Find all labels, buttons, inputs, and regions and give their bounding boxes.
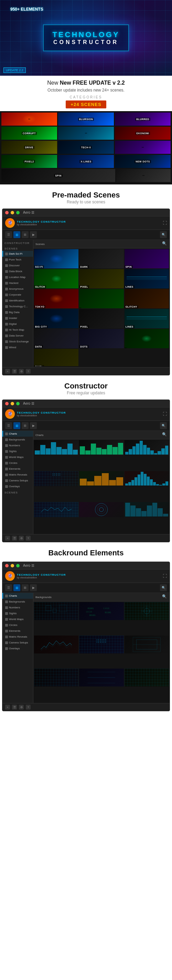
toolbar-btn-1b[interactable]: ☰ bbox=[5, 422, 12, 429]
bottom-icon-3b[interactable]: ⚙ bbox=[19, 536, 24, 541]
toolbar-btn-2c[interactable]: ▦ bbox=[13, 584, 20, 591]
content-search-icon-c[interactable]: 🔍 bbox=[162, 432, 167, 438]
constructor-thumb-1[interactable] bbox=[34, 440, 78, 455]
fullscreen-icon[interactable]: ⛶ bbox=[163, 221, 167, 225]
toolbar-btn-1c[interactable]: ☰ bbox=[5, 584, 12, 591]
constructor-thumb-4[interactable] bbox=[34, 471, 78, 486]
bottom-icon-4c[interactable]: ? bbox=[26, 705, 30, 710]
toolbar-btn-4c[interactable]: ▶ bbox=[30, 584, 37, 591]
search-button-3[interactable]: 🔍 bbox=[160, 584, 167, 591]
scene-thumb-dots[interactable]: DOTS bbox=[79, 329, 124, 348]
constructor-thumb-5[interactable] bbox=[79, 471, 124, 486]
content-search-icon-bg[interactable]: 🔍 bbox=[162, 594, 167, 600]
titlebar-minimize[interactable] bbox=[11, 211, 14, 215]
scene-thumb-map[interactable] bbox=[124, 329, 169, 348]
sidebar-item-dark-scifi[interactable]: Dark Sci Fi bbox=[2, 251, 33, 257]
bg-thumb-6[interactable] bbox=[124, 636, 169, 654]
bottom-icon-3[interactable]: ⚙ bbox=[19, 369, 24, 374]
sidebar-item-corporate[interactable]: Corporate bbox=[2, 292, 33, 298]
titlebar-minimize-3[interactable] bbox=[11, 564, 14, 568]
sidebar-item-data-server[interactable]: Data Server bbox=[2, 333, 33, 339]
bottom-icon-2c[interactable]: ☰ bbox=[12, 705, 17, 710]
scene-thumb-scifi[interactable]: SCI FI bbox=[34, 249, 78, 269]
sidebar-item-elements-bg[interactable]: Elements bbox=[2, 628, 33, 634]
titlebar-close-2[interactable] bbox=[5, 402, 9, 405]
toolbar-btn-2b[interactable]: ▦ bbox=[13, 422, 20, 429]
bottom-icon-1[interactable]: + bbox=[5, 369, 10, 374]
sidebar-item-pure-tech[interactable]: Pure Tech bbox=[2, 257, 33, 262]
scene-thumb-lines[interactable]: LINES bbox=[124, 269, 169, 288]
toolbar-btn-2[interactable]: ▦ bbox=[13, 231, 20, 238]
constructor-thumb-7[interactable] bbox=[34, 502, 78, 517]
bottom-icon-2[interactable]: ☰ bbox=[12, 369, 17, 374]
scene-thumb-bigcity[interactable]: BIG CITY bbox=[34, 309, 78, 328]
titlebar-maximize[interactable] bbox=[16, 211, 20, 215]
sidebar-item-identification[interactable]: Identification bbox=[2, 298, 33, 304]
bg-thumb-4[interactable] bbox=[34, 636, 78, 654]
constructor-thumb-2[interactable] bbox=[79, 440, 124, 455]
sidebar-item-stock-exchange[interactable]: Stock Exchange bbox=[2, 339, 33, 344]
scene-thumb-lines-data[interactable]: LINES bbox=[124, 309, 169, 328]
constructor-thumb-9[interactable] bbox=[124, 502, 169, 517]
scene-thumb-pixel[interactable]: PIXEL bbox=[79, 269, 124, 288]
bottom-icon-4b[interactable]: ? bbox=[26, 536, 30, 541]
toolbar-btn-1[interactable]: ☰ bbox=[5, 231, 12, 238]
constructor-thumb-3[interactable] bbox=[124, 440, 169, 455]
scene-thumb-spin[interactable]: SPIN bbox=[124, 249, 169, 269]
bg-thumb-3[interactable] bbox=[124, 602, 169, 620]
sidebar-item-tech-c[interactable]: Technology C... bbox=[2, 304, 33, 309]
constructor-thumb-6[interactable] bbox=[124, 471, 169, 486]
scene-thumb-tokyo[interactable]: TOKYO bbox=[34, 289, 78, 308]
scene-thumb-glitchy[interactable] bbox=[79, 289, 124, 308]
sidebar-item-big-data[interactable]: Big Data bbox=[2, 309, 33, 315]
bottom-icon-4[interactable]: ? bbox=[26, 369, 30, 374]
sidebar-item-overlays[interactable]: Overlays bbox=[2, 484, 33, 489]
toolbar-btn-3c[interactable]: ⊞ bbox=[22, 584, 29, 591]
sidebar-item-hi-tech-map[interactable]: Hi Tech Map bbox=[2, 327, 33, 333]
sidebar-item-insider[interactable]: Insider bbox=[2, 315, 33, 321]
sidebar-item-digital[interactable]: Digital bbox=[2, 321, 33, 327]
content-search-icon[interactable]: 🔍 bbox=[162, 241, 167, 247]
toolbar-btn-4[interactable]: ▶ bbox=[30, 231, 37, 238]
titlebar-close-3[interactable] bbox=[5, 564, 9, 568]
sidebar-item-matrix[interactable]: Matrix Reveals bbox=[2, 472, 33, 477]
bottom-icon-2b[interactable]: ☰ bbox=[12, 536, 17, 541]
sidebar-item-backgrounds-bg[interactable]: Backgrounds bbox=[2, 599, 33, 605]
titlebar-maximize-3[interactable] bbox=[16, 564, 20, 568]
sidebar-item-discover[interactable]: Discover bbox=[2, 262, 33, 269]
sidebar-item-matrix-bg[interactable]: Matrix Reveals bbox=[2, 634, 33, 640]
bg-thumb-5[interactable] bbox=[79, 636, 124, 654]
bg-thumb-1[interactable] bbox=[34, 602, 78, 620]
scene-thumb-dark[interactable]: DARK bbox=[79, 249, 124, 269]
sidebar-item-charts[interactable]: Charts bbox=[2, 431, 33, 437]
scene-thumb-title[interactable]: GLITCHY bbox=[124, 289, 169, 308]
sidebar-item-worldmaps[interactable]: World Maps bbox=[2, 454, 33, 460]
sidebar-item-numbers[interactable]: Numbers bbox=[2, 442, 33, 449]
sidebar-item-backgrounds[interactable]: Backgrounds bbox=[2, 437, 33, 442]
sidebar-item-charts-bg[interactable]: Charts bbox=[2, 593, 33, 599]
sidebar-item-camera[interactable]: Camera Setups bbox=[2, 477, 33, 484]
bottom-icon-3c[interactable]: ⚙ bbox=[19, 705, 24, 710]
sidebar-item-sights[interactable]: Sights bbox=[2, 449, 33, 454]
search-button-2[interactable]: 🔍 bbox=[160, 422, 167, 429]
fullscreen-icon-2[interactable]: ⛶ bbox=[163, 412, 167, 416]
bottom-icon-1c[interactable]: + bbox=[5, 705, 10, 710]
sidebar-item-hacked[interactable]: Hacked bbox=[2, 280, 33, 286]
scene-thumb-glitch[interactable]: GLITCH bbox=[34, 269, 78, 288]
sidebar-item-circles-bg[interactable]: Circles bbox=[2, 622, 33, 628]
toolbar-btn-3b[interactable]: ⊞ bbox=[22, 422, 29, 429]
scene-thumb-data[interactable]: Data bbox=[34, 329, 78, 348]
sidebar-item-anonymous[interactable]: Anonymous bbox=[2, 286, 33, 292]
sidebar-item-sights-bg[interactable]: Sights bbox=[2, 611, 33, 616]
sidebar-item-camera-bg[interactable]: Camera Setups bbox=[2, 640, 33, 646]
bg-thumb-7[interactable] bbox=[34, 668, 78, 686]
bg-thumb-8[interactable] bbox=[79, 668, 124, 686]
search-button[interactable]: 🔍 bbox=[160, 231, 167, 238]
sidebar-item-elements[interactable]: Elements bbox=[2, 466, 33, 472]
sidebar-item-location-map[interactable]: Location Map bbox=[2, 274, 33, 280]
sidebar-item-worldmaps-bg[interactable]: World Maps bbox=[2, 616, 33, 622]
fullscreen-icon-3[interactable]: ⛶ bbox=[163, 574, 167, 578]
toolbar-btn-4b[interactable]: ▶ bbox=[30, 422, 37, 429]
titlebar-close[interactable] bbox=[5, 211, 9, 215]
sidebar-item-circles[interactable]: Circles bbox=[2, 460, 33, 466]
